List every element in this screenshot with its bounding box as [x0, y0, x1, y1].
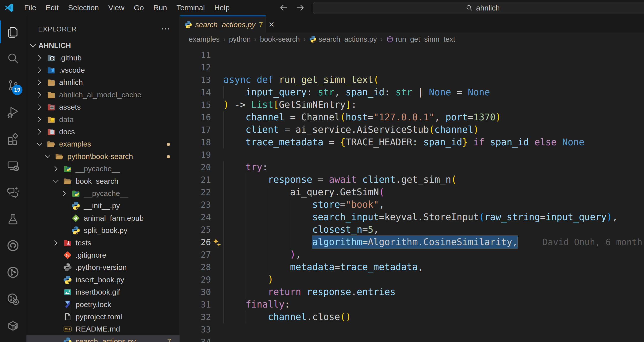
menu-go[interactable]: Go — [129, 0, 148, 16]
tree-item-animal-farm-epub[interactable]: animal_farm.epub — [26, 212, 180, 224]
tree-item-pyproject-toml[interactable]: pyproject.toml — [26, 310, 180, 323]
code-line-23[interactable]: 23 store="book", — [180, 199, 644, 211]
code-line-16[interactable]: 16 channel = Channel(host="127.0.0.1", p… — [180, 111, 644, 124]
activity-item-containers[interactable] — [0, 312, 26, 339]
remote-icon — [6, 159, 20, 172]
tab-bar-empty-space — [266, 16, 644, 33]
tree-item-book-search[interactable]: book_search — [26, 175, 180, 187]
activity-item-testing[interactable] — [0, 206, 26, 232]
workspace-root-row[interactable]: AHNLICH — [26, 40, 180, 51]
tree-item-insertbook-gif[interactable]: insertbook.gif — [26, 286, 180, 298]
tree-item--pycache-[interactable]: __pycache__ — [26, 187, 180, 200]
activity-item-github[interactable] — [0, 232, 26, 259]
history-navigation — [279, 0, 305, 16]
code-line-32[interactable]: 32 channel.close() — [180, 311, 644, 323]
tree-item--github[interactable]: .github — [26, 52, 180, 64]
activity-item-extensions[interactable] — [0, 125, 26, 152]
tree-item--init-py[interactable]: __init__.py — [26, 200, 180, 212]
code-line-29[interactable]: 29 ) — [180, 273, 644, 286]
line-number: 25 — [180, 223, 211, 236]
command-center-search[interactable]: ahnlich — [313, 2, 644, 14]
activity-item-source-control[interactable]: 19 — [0, 72, 26, 99]
activity-item-search[interactable] — [0, 45, 26, 72]
close-icon[interactable]: ✕ — [268, 20, 274, 29]
menu-selection[interactable]: Selection — [63, 0, 104, 16]
line-number: 11 — [180, 49, 211, 61]
tree-item-docs[interactable]: docs — [26, 126, 180, 138]
tree-item--pycache-[interactable]: __pycache__ — [26, 163, 180, 175]
code-line-30[interactable]: 30 return response.entries — [180, 286, 644, 298]
activity-item-explorer[interactable] — [0, 19, 26, 45]
code-line-22[interactable]: 22 ai_query.GetSimN( — [180, 186, 644, 199]
code-line-26[interactable]: 26 algorithm=Algorithm.CosineSimilarity,… — [180, 236, 644, 248]
code-token: keyval.StoreInput — [384, 212, 479, 222]
menu-help[interactable]: Help — [210, 0, 234, 16]
code-line-19[interactable]: 19 — [180, 148, 644, 161]
tree-item-data[interactable]: data — [26, 113, 180, 126]
breadcrumb-item-book-search[interactable]: book-search — [260, 35, 300, 43]
tree-item--gitignore[interactable]: .gitignore — [26, 249, 180, 261]
tree-item-split-book-py[interactable]: split_book.py — [26, 224, 180, 236]
menu-view[interactable]: View — [104, 0, 129, 16]
breadcrumb-separator-icon: › — [254, 35, 256, 43]
code-token: raw_string — [484, 212, 540, 222]
breadcrumb-separator-icon: › — [223, 35, 226, 43]
forward-arrow-icon[interactable] — [295, 3, 305, 13]
back-arrow-icon[interactable] — [279, 3, 289, 13]
tree-item--vscode[interactable]: .vscode — [26, 64, 180, 76]
breadcrumb-separator-icon: › — [380, 35, 383, 43]
tree-item-python-book-search[interactable]: python\book-search — [26, 150, 180, 162]
code-line-11[interactable]: 11 — [180, 49, 644, 61]
code-line-17[interactable]: 17 client = ai_service.AiServiceStub(cha… — [180, 124, 644, 136]
activity-item-remote-explorer[interactable] — [0, 152, 26, 179]
code-line-27[interactable]: 27 ), — [180, 248, 644, 261]
code-line-21[interactable]: 21 response = await client.get_sim_n( — [180, 174, 644, 186]
code-line-18[interactable]: 18 trace_metadata = {TRACE_HEADER: span_… — [180, 136, 644, 148]
code-token: [ — [274, 99, 279, 110]
tree-item-assets[interactable]: assets — [26, 101, 180, 113]
code-line-34[interactable]: 34 — [180, 336, 644, 342]
code-token: finally — [246, 299, 284, 310]
chevron-spacer — [52, 324, 63, 333]
activity-item-chat[interactable] — [0, 179, 26, 206]
scm-count-badge: 19 — [12, 85, 22, 95]
breadcrumb-item-examples[interactable]: examples — [189, 35, 220, 43]
code-line-33[interactable]: 33 — [180, 323, 644, 336]
code-line-text: channel = Channel(host="127.0.0.1", port… — [224, 111, 501, 124]
menu-edit[interactable]: Edit — [41, 0, 63, 16]
tree-item-search-actions-py[interactable]: search_actions.py7 — [26, 335, 180, 342]
tree-item-readme-md[interactable]: README.md — [26, 323, 180, 335]
menu-terminal[interactable]: Terminal — [172, 0, 210, 16]
menu-file[interactable]: File — [20, 0, 41, 16]
breadcrumb-item-python[interactable]: python — [229, 35, 250, 43]
code-line-15[interactable]: 15) -> List[GetSimNEntry]: — [180, 99, 644, 111]
more-actions-icon[interactable]: ⋯ — [161, 23, 170, 35]
code-line-28[interactable]: 28 metadata=trace_metadata, — [180, 261, 644, 273]
menu-run[interactable]: Run — [148, 0, 172, 16]
breadcrumb-item-search-actions-py[interactable]: search_actions.py — [309, 35, 377, 43]
code-line-31[interactable]: 31 finally: — [180, 298, 644, 311]
code-line-20[interactable]: 20 try: — [180, 161, 644, 174]
tree-item-tests[interactable]: tests — [26, 237, 180, 249]
tree-item--python-version[interactable]: .python-version — [26, 261, 180, 274]
activity-item-run-and-debug[interactable] — [0, 99, 26, 125]
tab-search-actions[interactable]: search_actions.py 7 ✕ — [180, 16, 266, 33]
tree-item-examples[interactable]: examples — [26, 138, 180, 150]
tree-item-ahnlich[interactable]: ahnlich — [26, 76, 180, 89]
activity-item-git-graph[interactable] — [0, 259, 26, 286]
tree-item-ahnlich-ai-model-cache[interactable]: ahnlich_ai_model_cache — [26, 89, 180, 101]
code-line-14[interactable]: 14 input_query: str, span_id: str | None… — [180, 86, 644, 99]
tree-item-label: ahnlich — [59, 78, 83, 87]
code-line-13[interactable]: 13async def run_get_simn_text( — [180, 74, 644, 86]
tree-item-poetry-lock[interactable]: poetry.lock — [26, 298, 180, 310]
code-token: . — [396, 174, 401, 185]
activity-item-gitlens-search[interactable] — [0, 286, 26, 312]
code-line-24[interactable]: 24 search_input=keyval.StoreInput(raw_st… — [180, 211, 644, 223]
tree-item-insert-book-py[interactable]: insert_book.py — [26, 274, 180, 286]
breadcrumb-item-run-get-simn-text[interactable]: run_get_simn_text — [386, 35, 455, 43]
code-line-25[interactable]: 25 closest_n=5, — [180, 223, 644, 236]
markdown-icon — [63, 324, 73, 333]
code-line-12[interactable]: 12 — [180, 61, 644, 74]
copilot-sparkle-icon[interactable] — [212, 238, 222, 247]
code-editor[interactable]: 111213async def run_get_simn_text(14 inp… — [180, 45, 644, 342]
